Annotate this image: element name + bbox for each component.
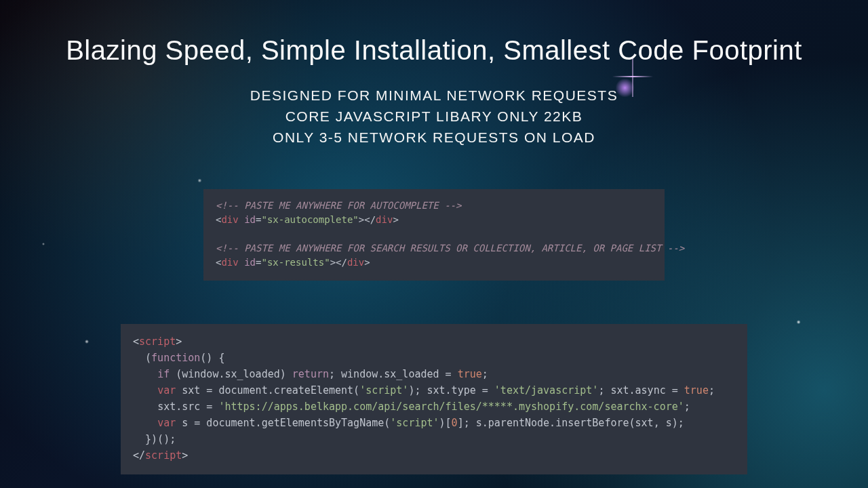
page-title: Blazing Speed, Simple Installation, Smal…	[0, 35, 868, 66]
code-snippet-script: <script> (function() { if (window.sx_loa…	[121, 324, 747, 474]
subtitle-1: DESIGNED FOR MINIMAL NETWORK REQUESTS	[0, 87, 868, 104]
code-line: <!-- PASTE ME ANYWHERE FOR AUTOCOMPLETE …	[216, 199, 652, 270]
code-snippet-html: <!-- PASTE ME ANYWHERE FOR AUTOCOMPLETE …	[203, 189, 665, 281]
code-line: <script> (function() { if (window.sx_loa…	[133, 333, 735, 464]
subtitle-2: CORE JAVASCRIPT LIBARY ONLY 22KB	[0, 108, 868, 125]
subtitle-3: ONLY 3-5 NETWORK REQUESTS ON LOAD	[0, 129, 868, 146]
subtitle-list: DESIGNED FOR MINIMAL NETWORK REQUESTS CO…	[0, 83, 868, 150]
